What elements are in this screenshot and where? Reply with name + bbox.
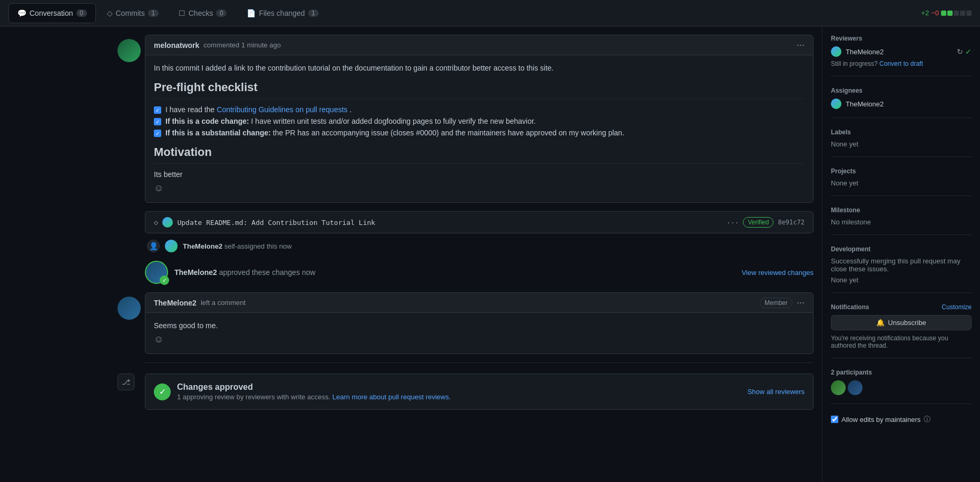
assignees-label: Assignees bbox=[831, 87, 972, 94]
emoji-reaction-btn[interactable]: ☺ bbox=[154, 183, 805, 194]
tabs-container: 💬 Conversation 0 ◇ Commits 1 ☐ Checks 0 … bbox=[8, 0, 328, 26]
activity-self-assign: 👤 TheMelone2 self-assigned this now bbox=[145, 240, 814, 252]
approval-user: TheMelone2 bbox=[174, 268, 217, 277]
checklist-title: Pre-flight checklist bbox=[154, 81, 805, 99]
allow-edits-label: Allow edits by maintainers bbox=[841, 416, 920, 424]
themelone-body-text: Seems good to me. bbox=[154, 321, 805, 330]
checks-badge: 0 bbox=[216, 9, 227, 17]
approval-action: approved these changes now bbox=[219, 268, 316, 277]
commits-label: Commits bbox=[116, 9, 145, 17]
checklist-period: . bbox=[349, 105, 351, 114]
approval-row: ✓ TheMelone2 approved these changes now … bbox=[145, 261, 814, 284]
sidebar-milestone: Milestone No milestone bbox=[831, 206, 972, 235]
checklist-text-before: I have read the bbox=[165, 105, 217, 114]
tab-checks[interactable]: ☐ Checks 0 bbox=[170, 3, 236, 23]
reviewers-label: Reviewers bbox=[831, 35, 972, 42]
notifications-label: Notifications bbox=[831, 303, 869, 311]
customize-notifications-link[interactable]: Customize bbox=[942, 303, 972, 311]
checkbox-1[interactable] bbox=[154, 106, 161, 114]
diff-block-1 bbox=[941, 11, 946, 16]
comment-more-options[interactable]: ··· bbox=[797, 40, 805, 51]
motivation-title: Motivation bbox=[154, 145, 805, 164]
themelone-comment-header: TheMelone2 left a comment Member ··· bbox=[145, 293, 813, 313]
tab-conversation[interactable]: 💬 Conversation 0 bbox=[8, 3, 96, 23]
sidebar: Reviewers TheMelone2 ↻ ✓ Still in progre… bbox=[822, 26, 980, 482]
themelone-emoji-reaction[interactable]: ☺ bbox=[154, 334, 805, 345]
main-content: melonatwork commented 1 minute ago ··· I… bbox=[0, 26, 980, 482]
diff-additions: +2 bbox=[921, 9, 929, 17]
avatar-melonatwork bbox=[117, 39, 141, 62]
avatar-themelone2 bbox=[117, 297, 141, 320]
participant-avatar-2 bbox=[848, 380, 863, 395]
approved-subtitle: 1 approving review by reviewers with wri… bbox=[177, 393, 741, 401]
themelone-comment-wrapper: TheMelone2 left a comment Member ··· See… bbox=[145, 292, 814, 354]
participant-avatar-1 bbox=[831, 380, 846, 395]
commit-message: Update README.md: Add Contribution Tutor… bbox=[177, 219, 722, 227]
approval-text: TheMelone2 approved these changes now bbox=[174, 268, 736, 277]
commit-more-icon[interactable]: ··· bbox=[727, 219, 739, 227]
commits-icon: ◇ bbox=[107, 9, 113, 17]
milestone-value: No milestone bbox=[831, 218, 972, 226]
conversation-label: Conversation bbox=[30, 9, 73, 17]
checks-label: Checks bbox=[189, 9, 213, 17]
approved-title: Changes approved bbox=[177, 382, 741, 392]
contributing-guidelines-link[interactable]: Contributing Guidelines on pull requests bbox=[217, 105, 347, 114]
comment-card-themelone: TheMelone2 left a comment Member ··· See… bbox=[145, 292, 814, 354]
tab-bar: 💬 Conversation 0 ◇ Commits 1 ☐ Checks 0 … bbox=[0, 0, 980, 26]
notification-reason-text: You're receiving notifications because y… bbox=[831, 335, 972, 349]
tab-commits[interactable]: ◇ Commits 1 bbox=[98, 3, 168, 23]
sidebar-labels: Labels None yet bbox=[831, 129, 972, 157]
show-all-reviewers-link[interactable]: Show all reviewers bbox=[748, 388, 805, 396]
approved-check: ✓ bbox=[154, 383, 171, 400]
reviewer-avatar bbox=[831, 46, 841, 57]
view-reviewed-changes-btn[interactable]: View reviewed changes bbox=[742, 269, 814, 277]
allow-edits-checkbox[interactable] bbox=[831, 416, 838, 423]
checkbox-3[interactable] bbox=[154, 130, 161, 137]
unsubscribe-label: Unsubscribe bbox=[888, 319, 926, 327]
approved-text-block: Changes approved 1 approving review by r… bbox=[177, 382, 741, 401]
files-changed-badge: 1 bbox=[308, 9, 319, 17]
themelone-meta: left a comment bbox=[201, 299, 246, 307]
sidebar-assignees: Assignees TheMelone2 bbox=[831, 87, 972, 118]
checklist-item-1: I have read the Contributing Guidelines … bbox=[154, 105, 805, 114]
checkbox-2[interactable] bbox=[154, 118, 161, 125]
assignee-avatar bbox=[831, 99, 841, 109]
approval-check-icon: ✓ bbox=[160, 276, 169, 285]
participants-row bbox=[831, 380, 972, 395]
commit-verified-badge: Verified bbox=[743, 217, 773, 228]
assignee-row: TheMelone2 bbox=[831, 99, 972, 109]
diff-block-5 bbox=[966, 11, 972, 16]
approved-subtitle-text: 1 approving review by reviewers with wri… bbox=[177, 393, 332, 401]
allow-edits-row: Allow edits by maintainers ⓘ bbox=[831, 415, 972, 424]
development-value: None yet bbox=[831, 276, 972, 284]
diff-stats: +2 −0 bbox=[921, 9, 972, 17]
comment-meta: commented 1 minute ago bbox=[203, 41, 281, 49]
development-text: Successfully merging this pull request m… bbox=[831, 257, 972, 273]
allow-edits-info-icon[interactable]: ⓘ bbox=[924, 415, 930, 424]
checklist-item-2: If this is a code change: I have written… bbox=[154, 117, 805, 125]
changes-approved-banner: ✓ Changes approved 1 approving review by… bbox=[145, 373, 814, 410]
pr-reviews-learn-more-link[interactable]: Learn more about pull request reviews. bbox=[332, 393, 451, 401]
unsubscribe-button[interactable]: 🔔 Unsubscribe bbox=[831, 315, 972, 330]
diff-block-2 bbox=[947, 11, 953, 16]
commits-badge: 1 bbox=[148, 9, 159, 17]
reviewer-row: TheMelone2 ↻ ✓ bbox=[831, 46, 972, 57]
git-merge-icon: ⎇ bbox=[117, 373, 134, 390]
member-badge: Member bbox=[760, 298, 792, 308]
labels-label: Labels bbox=[831, 129, 972, 136]
activity-text-label: self-assigned this now bbox=[224, 242, 292, 250]
reviewer-icons: ↻ ✓ bbox=[957, 47, 972, 56]
assignee-name: TheMelone2 bbox=[846, 100, 884, 108]
themelone-comment-body: Seems good to me. ☺ bbox=[145, 313, 813, 353]
activity-user: TheMelone2 bbox=[183, 242, 222, 250]
sidebar-projects: Projects None yet bbox=[831, 168, 972, 196]
comment-intro: In this commit I added a link to the con… bbox=[154, 64, 805, 72]
tab-files-changed[interactable]: 📄 Files changed 1 bbox=[238, 3, 327, 23]
themelone-more-options[interactable]: ··· bbox=[797, 297, 805, 308]
checklist-bold-3: If this is a substantial change: bbox=[165, 129, 271, 137]
convert-to-draft-link[interactable]: Convert to draft bbox=[879, 60, 923, 67]
themelone-author: TheMelone2 bbox=[154, 299, 197, 307]
projects-value: None yet bbox=[831, 179, 972, 187]
reviewer-refresh-icon[interactable]: ↻ bbox=[957, 47, 963, 56]
sidebar-development: Development Successfully merging this pu… bbox=[831, 245, 972, 293]
